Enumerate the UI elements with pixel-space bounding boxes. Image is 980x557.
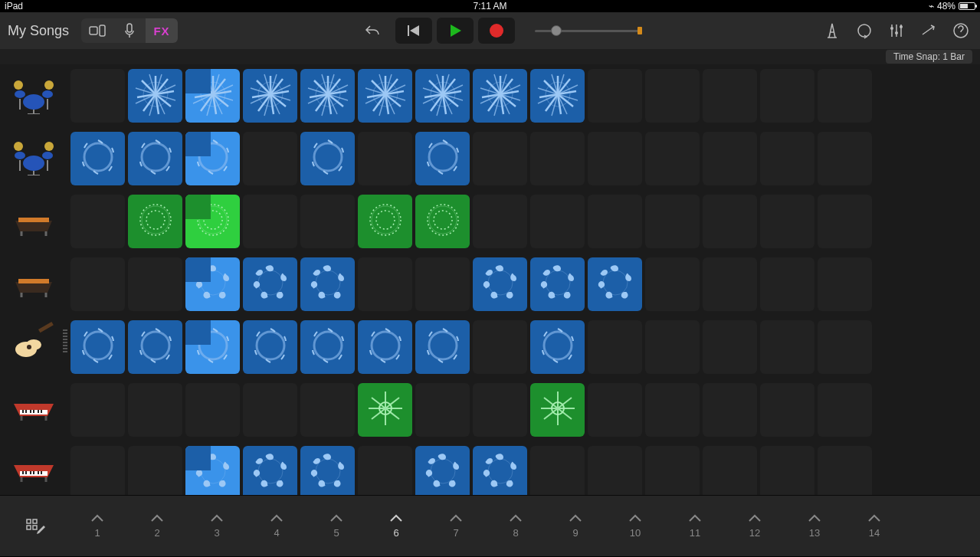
go-to-start-button[interactable] [395, 18, 432, 44]
loop-cell[interactable] [358, 320, 412, 374]
loop-cell[interactable] [473, 320, 527, 374]
loop-cell[interactable] [243, 383, 297, 437]
loop-cell[interactable] [588, 69, 642, 123]
undo-button[interactable] [360, 18, 385, 43]
loop-cell[interactable] [588, 195, 642, 248]
loop-cell[interactable] [818, 132, 872, 185]
loop-cell[interactable] [243, 320, 297, 374]
loop-cell[interactable] [760, 383, 814, 437]
grid-edit-icon[interactable] [25, 518, 42, 535]
loop-cell[interactable] [128, 132, 182, 185]
volume-slider[interactable] [535, 23, 642, 38]
scene-trigger[interactable]: 9 [546, 496, 605, 556]
loop-cell[interactable] [530, 257, 585, 311]
loop-cell[interactable] [703, 446, 757, 495]
loop-cell[interactable] [300, 69, 355, 123]
loop-cell[interactable] [530, 195, 585, 248]
scene-trigger[interactable]: 11 [665, 496, 725, 556]
loop-cell[interactable] [760, 257, 814, 311]
loop-cell[interactable] [588, 446, 642, 495]
loop-cell[interactable] [645, 132, 700, 185]
loop-cell[interactable] [473, 195, 527, 248]
my-songs-button[interactable]: My Songs [8, 23, 69, 39]
loop-cell[interactable] [530, 69, 585, 123]
loop-cell[interactable] [70, 195, 125, 248]
loop-cell[interactable] [588, 132, 642, 185]
scene-trigger[interactable]: 3 [187, 496, 247, 556]
loop-cell[interactable] [415, 257, 470, 311]
record-button[interactable] [478, 18, 515, 44]
loop-cell[interactable] [588, 383, 642, 437]
scene-trigger[interactable]: 2 [127, 496, 187, 556]
loop-cell[interactable] [473, 132, 527, 185]
loop-cell[interactable] [415, 446, 470, 495]
loop-cell[interactable] [530, 132, 585, 185]
loop-cell[interactable] [70, 69, 125, 123]
loop-cell[interactable] [703, 257, 757, 311]
loop-cell[interactable] [415, 383, 470, 437]
loop-cell[interactable] [530, 383, 585, 437]
loop-cell[interactable] [128, 195, 182, 248]
microphone-button[interactable] [113, 18, 146, 43]
loop-cell[interactable] [243, 132, 297, 185]
loop-cell[interactable] [243, 69, 297, 123]
loop-cell[interactable] [818, 69, 872, 123]
loop-cell[interactable] [760, 69, 814, 123]
loop-cell[interactable] [645, 195, 700, 248]
loop-cell[interactable] [185, 132, 240, 185]
loop-cell[interactable] [415, 195, 470, 248]
loop-cell[interactable] [300, 383, 355, 437]
loop-cell[interactable] [415, 69, 470, 123]
loop-cell[interactable] [415, 320, 470, 374]
loop-cell[interactable] [128, 69, 182, 123]
scene-trigger[interactable]: 13 [785, 496, 844, 556]
loop-cell[interactable] [645, 257, 700, 311]
loop-cell[interactable] [818, 320, 872, 374]
loop-cell[interactable] [703, 383, 757, 437]
track-header[interactable] [0, 310, 67, 372]
loop-cell[interactable] [703, 132, 757, 185]
scene-trigger[interactable]: 6 [366, 496, 426, 556]
scene-trigger[interactable]: 4 [247, 496, 306, 556]
loop-cell[interactable] [645, 320, 700, 374]
scene-trigger[interactable]: 10 [605, 496, 665, 556]
loop-cell[interactable] [645, 383, 700, 437]
loop-cell[interactable] [70, 320, 125, 374]
loop-cell[interactable] [300, 132, 355, 185]
scene-trigger[interactable]: 8 [486, 496, 546, 556]
loop-cell[interactable] [70, 132, 125, 185]
loop-cell[interactable] [128, 383, 182, 437]
loop-cell[interactable] [818, 257, 872, 311]
loop-cell[interactable] [185, 257, 240, 311]
loop-cell[interactable] [645, 446, 700, 495]
loop-cell[interactable] [185, 446, 240, 495]
loop-cell[interactable] [300, 195, 355, 248]
loop-cell[interactable] [473, 69, 527, 123]
loop-cell[interactable] [128, 257, 182, 311]
mixer-icon[interactable] [888, 22, 905, 39]
loop-cell[interactable] [243, 257, 297, 311]
loop-cell[interactable] [358, 383, 412, 437]
loop-cell[interactable] [530, 446, 585, 495]
loop-cell[interactable] [243, 195, 297, 248]
loop-cell[interactable] [358, 132, 412, 185]
scene-trigger[interactable]: 1 [67, 496, 127, 556]
loop-cell[interactable] [645, 69, 700, 123]
scene-trigger[interactable]: 14 [844, 496, 904, 556]
loop-cell[interactable] [473, 383, 527, 437]
loop-cell[interactable] [760, 320, 814, 374]
loop-cell[interactable] [185, 195, 240, 248]
track-header[interactable] [0, 372, 67, 433]
play-button[interactable] [437, 18, 474, 44]
metronome-icon[interactable] [824, 22, 841, 39]
loop-cell[interactable] [415, 132, 470, 185]
loop-cell[interactable] [300, 257, 355, 311]
loop-cell[interactable] [358, 69, 412, 123]
browser-view-button[interactable] [81, 18, 113, 43]
loop-cell[interactable] [703, 69, 757, 123]
scene-trigger[interactable]: 7 [426, 496, 486, 556]
loop-cell[interactable] [473, 257, 527, 311]
scene-trigger[interactable]: 5 [306, 496, 366, 556]
loop-cell[interactable] [70, 383, 125, 437]
loop-cell[interactable] [185, 383, 240, 437]
